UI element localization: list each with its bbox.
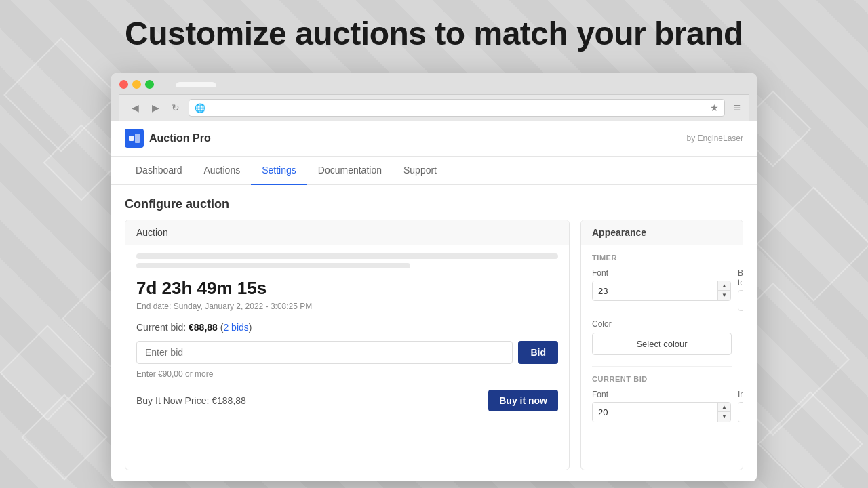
traffic-lights <box>119 80 154 89</box>
input-size-input[interactable] <box>738 403 743 422</box>
browser-tab[interactable] <box>176 82 216 87</box>
font-down-button[interactable]: ▼ <box>718 291 730 300</box>
font-input-wrapper: ▲ ▼ <box>592 281 731 301</box>
browser-chrome: ◀ ▶ ↻ 🌐 ★ ≡ <box>111 73 757 121</box>
current-bid-font-group: Font ▲ ▼ <box>592 390 731 422</box>
maximize-button[interactable] <box>145 80 154 89</box>
current-bid-row: Current bid: €88,88 (2 bids) <box>136 322 558 333</box>
nav-dashboard[interactable]: Dashboard <box>125 157 193 185</box>
svg-rect-1 <box>135 134 140 143</box>
auction-panel-body: 7d 23h 49m 15s End date: Sunday, January… <box>125 245 569 420</box>
current-bid-font-spinners: ▲ ▼ <box>717 403 730 422</box>
bold-text-group: Bold text Yes No <box>738 268 743 311</box>
buy-now-label: Buy It Now Price: €188,88 <box>136 395 246 406</box>
auction-panel-header: Auction <box>125 220 569 245</box>
bid-count: 2 bids <box>223 322 248 333</box>
app-header: Auction Pro by EngineLaser <box>111 121 757 157</box>
menu-button[interactable]: ≡ <box>733 101 741 115</box>
auction-panel: Auction 7d 23h 49m 15s End date: Sunday,… <box>125 220 570 470</box>
star-icon[interactable]: ★ <box>710 102 719 113</box>
browser-window: ◀ ▶ ↻ 🌐 ★ ≡ Auction Pro <box>111 73 757 481</box>
browser-content: Auction Pro by EngineLaser Dashboard Auc… <box>111 121 757 481</box>
current-bid-section-label: CURRENT BID <box>592 375 732 383</box>
content-body: Auction 7d 23h 49m 15s End date: Sunday,… <box>111 220 757 481</box>
font-input[interactable] <box>593 281 717 300</box>
current-bid-font-wrapper: ▲ ▼ <box>592 402 731 422</box>
current-bid-font-label: Font <box>592 390 731 399</box>
appearance-panel-header: Appearance <box>581 220 743 245</box>
current-bid-label: Current bid: <box>136 322 186 333</box>
font-up-button[interactable]: ▲ <box>718 281 730 291</box>
font-label: Font <box>592 268 731 278</box>
input-size-group: Input size ▲ ▼ <box>738 390 743 422</box>
globe-icon: 🌐 <box>195 103 205 113</box>
browser-toolbar: ◀ ▶ ↻ 🌐 ★ ≡ <box>119 94 749 121</box>
main-content: Configure auction Auction 7d 23h 49m 15s… <box>111 185 757 481</box>
current-bid-font-up[interactable]: ▲ <box>718 403 730 412</box>
app-name: Auction Pro <box>149 132 211 144</box>
loading-bar-medium <box>136 263 410 268</box>
current-bid-font-input[interactable] <box>593 403 717 422</box>
refresh-button[interactable]: ↻ <box>168 100 183 115</box>
bold-text-label: Bold text <box>738 268 743 287</box>
svg-rect-0 <box>129 136 134 141</box>
buy-now-price-value: €188,88 <box>212 395 246 406</box>
app-nav: Dashboard Auctions Settings Documentatio… <box>111 157 757 185</box>
bid-button[interactable]: Bid <box>518 341 558 364</box>
back-button[interactable]: ◀ <box>127 100 142 115</box>
appearance-panel-body: TIMER Font ▲ ▼ <box>581 245 743 439</box>
auction-timer: 7d 23h 49m 15s <box>136 278 558 299</box>
forward-button[interactable]: ▶ <box>148 100 163 115</box>
browser-titlebar <box>119 80 749 89</box>
nav-settings[interactable]: Settings <box>251 157 307 185</box>
bid-input[interactable] <box>136 341 513 364</box>
current-bid-section: CURRENT BID Font ▲ ▼ <box>592 366 732 422</box>
input-size-label: Input size <box>738 390 743 399</box>
nav-documentation[interactable]: Documentation <box>307 157 393 185</box>
input-size-wrapper: ▲ ▼ <box>738 402 743 422</box>
bold-text-select[interactable]: Yes No <box>738 290 743 311</box>
timer-section-label: TIMER <box>592 253 732 262</box>
app-logo-icon <box>125 129 144 148</box>
buy-now-button[interactable]: Buy it now <box>488 390 558 411</box>
buy-now-row: Buy It Now Price: €188,88 Buy it now <box>136 390 558 411</box>
loading-bar-wide <box>136 253 558 259</box>
color-label: Color <box>592 319 732 329</box>
address-bar[interactable]: 🌐 ★ <box>189 99 725 117</box>
loading-bars <box>136 253 558 268</box>
current-bid-form-row: Font ▲ ▼ <box>592 390 732 422</box>
select-colour-button[interactable]: Select colour <box>592 333 732 355</box>
bid-amount: €88,88 <box>189 322 218 333</box>
font-group: Font ▲ ▼ <box>592 268 731 311</box>
appearance-panel: Appearance TIMER Font ▲ <box>580 220 743 470</box>
configure-section-title: Configure auction <box>111 185 757 220</box>
app-logo: Auction Pro <box>125 129 211 148</box>
nav-support[interactable]: Support <box>393 157 448 185</box>
auction-end-date: End date: Sunday, January 2, 2022 - 3:08… <box>136 302 558 311</box>
nav-auctions[interactable]: Auctions <box>193 157 252 185</box>
browser-tabs <box>176 82 216 87</box>
bid-hint: Enter €90,00 or more <box>136 369 558 379</box>
close-button[interactable] <box>119 80 128 89</box>
timer-form-row: Font ▲ ▼ Bold text <box>592 268 732 311</box>
current-bid-font-down[interactable]: ▼ <box>718 412 730 422</box>
minimize-button[interactable] <box>132 80 141 89</box>
app-by-text: by EngineLaser <box>687 134 743 143</box>
bid-input-row: Bid <box>136 341 558 364</box>
page-title: Customize auctions to match your brand <box>0 15 868 52</box>
font-spinners: ▲ ▼ <box>717 281 730 300</box>
